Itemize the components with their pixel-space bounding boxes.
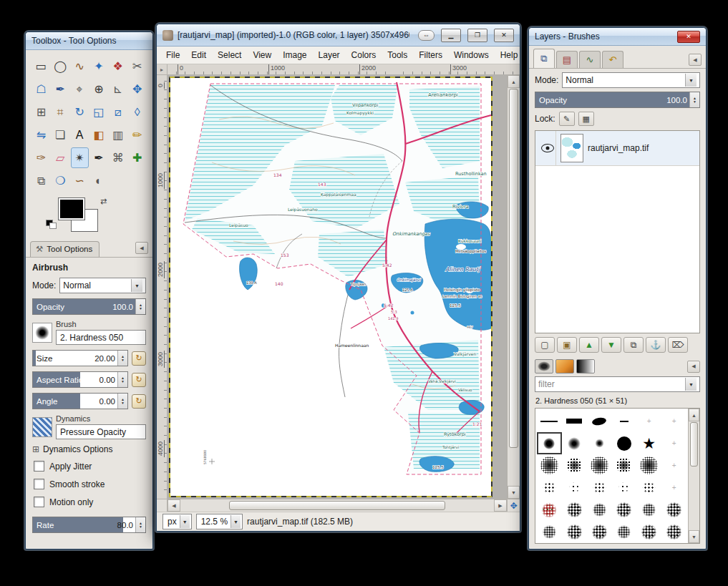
image-titlebar[interactable]: [rautjarvi_map] (imported)-1.0 (RGB colo… bbox=[157, 24, 520, 47]
layer-opacity-slider[interactable]: Opacity 100.0 ▲▼ bbox=[535, 92, 700, 108]
brush-item[interactable] bbox=[587, 454, 612, 477]
menu-layer[interactable]: Layer bbox=[314, 48, 345, 62]
menu-colors[interactable]: Colors bbox=[346, 48, 382, 62]
tool-clone-icon[interactable]: ⌘ bbox=[109, 147, 127, 168]
brush-item[interactable] bbox=[636, 454, 661, 477]
duplicate-layer-button[interactable]: ⧉ bbox=[623, 337, 644, 353]
spinner[interactable]: ▲▼ bbox=[117, 351, 127, 366]
menu-view[interactable]: View bbox=[248, 48, 276, 62]
vertical-ruler[interactable]: 01000200030004000 bbox=[157, 75, 168, 499]
layers-titlebar[interactable]: Layers - Brushes ✕ bbox=[529, 28, 706, 46]
menu-help[interactable]: Help bbox=[495, 48, 520, 62]
scroll-down-icon[interactable]: ▼ bbox=[689, 530, 699, 543]
menu-image[interactable]: Image bbox=[278, 48, 311, 62]
navigation-icon[interactable]: ✥ bbox=[507, 499, 520, 512]
tool-ellipse-select-icon[interactable]: ◯ bbox=[52, 56, 69, 77]
horizontal-scroll-thumb[interactable] bbox=[229, 501, 445, 510]
tab-paths[interactable]: ∿ bbox=[579, 51, 601, 68]
brush-item[interactable]: + bbox=[661, 454, 686, 477]
vertical-scrollbar[interactable]: ▲ ▼ bbox=[507, 75, 520, 499]
brush-item[interactable] bbox=[537, 432, 562, 454]
brush-filter-input[interactable]: filter ▼ bbox=[535, 376, 700, 392]
brush-item[interactable] bbox=[611, 477, 636, 499]
brush-scrollbar[interactable]: ▲ ▼ bbox=[688, 409, 699, 543]
tool-foreground-select-icon[interactable]: ☖ bbox=[32, 79, 50, 99]
brush-thumbnail[interactable] bbox=[32, 323, 52, 343]
brush-item[interactable] bbox=[636, 477, 661, 499]
brush-item[interactable] bbox=[587, 477, 612, 499]
tool-rectangle-select-icon[interactable]: ▭ bbox=[32, 56, 50, 77]
tool-pencil-icon[interactable]: ✏ bbox=[128, 124, 146, 145]
scroll-right-icon[interactable]: ▶ bbox=[494, 499, 507, 512]
tool-measure-icon[interactable]: ⊾ bbox=[109, 79, 127, 99]
lower-layer-button[interactable]: ▼ bbox=[601, 337, 621, 353]
brush-item[interactable] bbox=[636, 499, 661, 521]
default-colors-icon[interactable] bbox=[46, 220, 56, 228]
brush-item[interactable] bbox=[537, 521, 562, 543]
zoom-select[interactable]: 12.5 % ▼ bbox=[196, 514, 243, 529]
tool-rotate-icon[interactable]: ↻ bbox=[71, 102, 89, 122]
scroll-up-icon[interactable]: ▲ bbox=[508, 75, 520, 88]
new-group-button[interactable]: ▣ bbox=[557, 337, 577, 353]
tool-gradient-icon[interactable]: ▥ bbox=[109, 124, 127, 145]
tool-bucket-fill-icon[interactable]: ◧ bbox=[90, 124, 108, 145]
swap-colors-icon[interactable]: ⇄ bbox=[100, 197, 107, 206]
brush-item[interactable] bbox=[587, 521, 612, 543]
menu-file[interactable]: File bbox=[161, 48, 185, 62]
tool-perspective-icon[interactable]: ◊ bbox=[128, 102, 146, 122]
ruler-corner-icon[interactable]: ▸ bbox=[157, 64, 168, 74]
brush-select[interactable]: 2. Hardness 050 bbox=[56, 330, 146, 345]
foreground-color-swatch[interactable] bbox=[59, 198, 84, 220]
tab-tool-options[interactable]: ⚒ Tool Options bbox=[30, 241, 100, 257]
tab-layers[interactable]: ⧉ bbox=[533, 49, 555, 68]
checkbox-smooth-stroke[interactable]: Smooth stroke bbox=[32, 479, 146, 489]
tool-move-icon[interactable]: ✥ bbox=[128, 79, 146, 99]
mode-select[interactable]: Normal ▼ bbox=[59, 278, 146, 293]
layer-thumbnail[interactable] bbox=[560, 134, 583, 162]
tool-free-select-icon[interactable]: ∿ bbox=[71, 56, 89, 77]
minimize-button[interactable]: ▁ bbox=[441, 29, 461, 42]
brush-item[interactable] bbox=[562, 432, 587, 454]
tool-blur-sharpen-icon[interactable]: ❍ bbox=[52, 170, 69, 191]
collapse-dock-icon[interactable]: ◀ bbox=[687, 361, 700, 373]
brush-item[interactable] bbox=[611, 432, 636, 454]
layer-mode-select[interactable]: Normal ▼ bbox=[562, 72, 700, 88]
tool-eraser-icon[interactable]: ▱ bbox=[52, 147, 69, 168]
tool-cage-transform-icon[interactable]: ❏ bbox=[52, 124, 69, 145]
dynamics-options-expander[interactable]: ⊞ Dynamics Options bbox=[32, 444, 146, 454]
scroll-down-icon[interactable]: ▼ bbox=[508, 486, 520, 499]
brush-item[interactable]: ★ bbox=[636, 432, 661, 454]
spinner[interactable]: ▲▼ bbox=[689, 92, 699, 107]
reset-angle-button[interactable]: ↻ bbox=[132, 394, 146, 409]
brush-item[interactable] bbox=[562, 410, 587, 432]
reset-aspect-button[interactable]: ↻ bbox=[132, 373, 146, 387]
brush-item[interactable] bbox=[611, 521, 636, 543]
tool-shear-icon[interactable]: ⧄ bbox=[109, 102, 127, 122]
tool-paintbrush-icon[interactable]: ✑ bbox=[32, 147, 50, 168]
close-button[interactable]: ✕ bbox=[494, 29, 514, 42]
menu-tools[interactable]: Tools bbox=[382, 48, 412, 62]
raise-layer-button[interactable]: ▲ bbox=[579, 337, 599, 353]
menu-windows[interactable]: Windows bbox=[449, 48, 494, 62]
spinner[interactable]: ▲▼ bbox=[135, 299, 145, 314]
brush-item[interactable] bbox=[537, 499, 562, 521]
vertical-scroll-thumb[interactable] bbox=[509, 89, 518, 448]
opacity-slider[interactable]: Opacity 100.0 ▲▼ bbox=[32, 298, 146, 315]
tool-color-picker-icon[interactable]: ⌖ bbox=[71, 79, 89, 99]
brush-item[interactable] bbox=[562, 454, 587, 477]
brush-item[interactable] bbox=[537, 410, 562, 432]
brush-item[interactable] bbox=[537, 477, 562, 499]
menu-filters[interactable]: Filters bbox=[414, 48, 447, 62]
unit-select[interactable]: px ▼ bbox=[162, 514, 192, 529]
tool-smudge-icon[interactable]: ∽ bbox=[71, 170, 89, 191]
tool-select-by-color-icon[interactable]: ❖ bbox=[109, 56, 127, 77]
brush-item[interactable] bbox=[611, 499, 636, 521]
tool-text-icon[interactable]: A bbox=[71, 124, 89, 145]
tool-airbrush-icon[interactable]: ✴ bbox=[71, 147, 89, 168]
layer-row[interactable]: rautjarvi_map.tif bbox=[535, 131, 699, 166]
tab-undo-history[interactable]: ↶ bbox=[602, 51, 623, 68]
brush-item[interactable]: + bbox=[661, 477, 686, 499]
tab-patterns[interactable] bbox=[555, 359, 574, 373]
size-slider[interactable]: Size 20.00 ▲▼ bbox=[32, 350, 128, 366]
brush-item[interactable] bbox=[537, 454, 562, 477]
